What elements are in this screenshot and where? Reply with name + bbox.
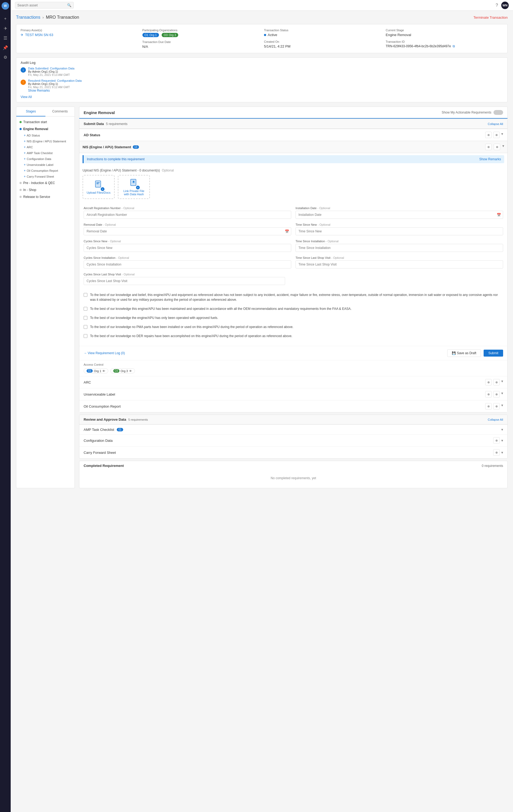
arc-btn1[interactable]: ⊕ [485,379,492,385]
search-box[interactable]: 🔍 [15,2,74,8]
show-remarks-audit[interactable]: Show Remarks [28,89,82,92]
sub-item-arc[interactable]: ARC [16,144,75,150]
installation-date-wrapper: 📅 [295,211,503,219]
nav-settings-icon[interactable]: ⚙ [1,53,10,61]
stage-name-4: Release to Service [23,195,50,199]
current-stage-label: Current Stage [386,29,503,32]
cycles-since-new-input[interactable] [84,244,291,252]
completed-section: Completed Requirement 0 requirements No … [79,461,508,488]
ad-status-btn1[interactable]: ⊕ [485,132,492,138]
terminate-button[interactable]: Terminate Transaction [474,16,508,20]
breadcrumb-parent[interactable]: Transactions [16,15,40,20]
tab-stages[interactable]: Stages [16,107,46,116]
review-chevron-2[interactable]: ▾ [501,450,503,455]
nis-actions: ⊕ ⊕ ▾ [485,144,504,150]
unserviceable-btn2[interactable]: ⊕ [493,391,500,398]
svg-rect-2 [96,183,98,184]
collapse-all-btn[interactable]: Collapse All [488,122,503,125]
sub-item-oil[interactable]: Oil Consumption Report [16,168,75,174]
checkbox-0[interactable] [84,293,87,297]
ad-status-chevron[interactable]: ▾ [501,132,503,138]
primary-asset-label: Primary Asset(s) [21,29,138,32]
stage-name-1: Engine Removal [23,127,48,131]
stage-item-transaction-start[interactable]: Transaction start [16,119,75,125]
arc-btn2[interactable]: ⊕ [493,379,500,385]
tab-comments[interactable]: Comments [46,107,75,116]
view-log-link[interactable]: → View Requirement Log (0) [84,351,125,355]
audit-action-1[interactable]: Resubmit Requested: Configuration Data [28,79,82,82]
aircraft-reg-input[interactable] [84,211,291,219]
cycles-since-installation-field: Cycles Since Installation - Optional [84,256,291,268]
link-private-card[interactable]: + Link Private File with Data Hash [118,175,150,199]
access-org1-name: Org 1 [94,369,101,373]
view-all-link[interactable]: View All [21,95,503,99]
sub-item-unserviceable[interactable]: Unserviceable Label [16,162,75,168]
access-eye-0[interactable]: 👁 [102,369,105,373]
oil-chevron[interactable]: ▾ [501,403,503,409]
sub-item-nis[interactable]: NIS (Engine / APU) Statement [16,138,75,144]
asset-link[interactable]: TEST MSN SN 63 [25,33,53,37]
sub-item-ad-status[interactable]: AD Status [16,133,75,138]
audit-text-0: Data Submitted: Configuration Data By Ad… [28,67,75,77]
cycles-since-installation-input[interactable] [84,260,291,268]
stage-list: Transaction start Engine Removal AD Stat… [16,116,75,202]
no-completed-text: No completed requirements, yet [84,471,503,485]
checkbox-4[interactable] [84,334,87,338]
nis-chevron[interactable]: ▾ [502,144,504,150]
nis-btn1[interactable]: ⊕ [485,144,492,150]
oil-btn1[interactable]: ⊕ [485,403,492,409]
review-actions-0: ▾ [501,427,503,432]
help-icon[interactable]: ? [496,3,498,8]
upload-files-card[interactable]: + Upload Files/Docs [83,175,115,199]
arc-chevron[interactable]: ▾ [501,379,503,385]
save-draft-button[interactable]: 💾 Save as Draft [447,349,481,357]
requirements-toggle[interactable] [493,110,503,115]
time-since-last-shop-input[interactable] [295,260,503,268]
nav-pin-icon[interactable]: 📌 [1,43,10,52]
checkbox-1[interactable] [84,307,87,311]
stage-item-engine-removal[interactable]: Engine Removal [16,125,75,133]
cycles-last-shop-section: Cycles Since Last Shop Visit - Optional [79,273,507,289]
audit-action-0[interactable]: Data Submitted: Configuration Data [28,67,75,70]
ad-status-btn2[interactable]: ⊕ [493,132,500,138]
stage-item-release[interactable]: Release to Service [16,193,75,200]
checkbox-2[interactable] [84,316,87,320]
transaction-due-date-label: Transaction Due Date [142,40,260,44]
access-eye-1[interactable]: 👁 [129,369,132,373]
submit-data-title: Submit Data [84,122,104,126]
review-btn1-2[interactable]: ⊕ [493,449,500,456]
unserviceable-btn1[interactable]: ⊕ [485,391,492,398]
stage-item-in-shop[interactable]: In - Shop [16,186,75,193]
cycles-since-last-shop-input[interactable] [84,277,285,285]
nav-docs-icon[interactable]: ☰ [1,34,10,42]
review-btn1-1[interactable]: ⊕ [493,437,500,444]
nis-title: NIS (Engine / APU) Statement [83,145,131,149]
review-item-title-0: AMP Task Checklist [84,428,114,432]
time-since-new-input[interactable] [295,227,503,235]
submit-button[interactable]: Submit [484,350,503,356]
checkbox-3[interactable] [84,325,87,329]
review-chevron-1[interactable]: ▾ [501,438,503,443]
audit-time-0: Fri, May 21, 2021 9:13 AM GMT [28,73,75,77]
installation-date-input[interactable] [295,211,503,219]
removal-date-input[interactable] [84,227,291,235]
search-input[interactable] [17,3,67,7]
audit-by-0: By Admin Org1 (Org 1) [28,70,75,73]
link-private-icon: + [130,178,138,188]
nis-btn2[interactable]: ⊕ [494,144,500,150]
sub-item-amp[interactable]: AMP Task Checklist [16,150,75,156]
oil-btn2[interactable]: ⊕ [493,403,500,409]
nis-show-remarks[interactable]: Show Remarks [479,157,501,161]
created-on-value: 5/14/21, 4:22 PM [264,44,381,48]
copy-icon[interactable]: ⧉ [453,44,455,48]
time-since-installation-input[interactable] [295,244,503,252]
review-collapse-all[interactable]: Collapse All [488,418,503,421]
unserviceable-chevron[interactable]: ▾ [501,391,503,398]
stage-item-pre-induction[interactable]: Pre - Induction & QEC [16,179,75,186]
oil-consumption-actions: ⊕ ⊕ ▾ [485,403,503,409]
sub-item-carry[interactable]: Carry Forward Sheet [16,174,75,179]
nav-flight-icon[interactable]: ✈ [1,24,10,33]
sub-item-config[interactable]: Configuration Data [16,156,75,162]
review-chevron-0[interactable]: ▾ [501,427,503,432]
nav-add-icon[interactable]: + [1,14,10,23]
